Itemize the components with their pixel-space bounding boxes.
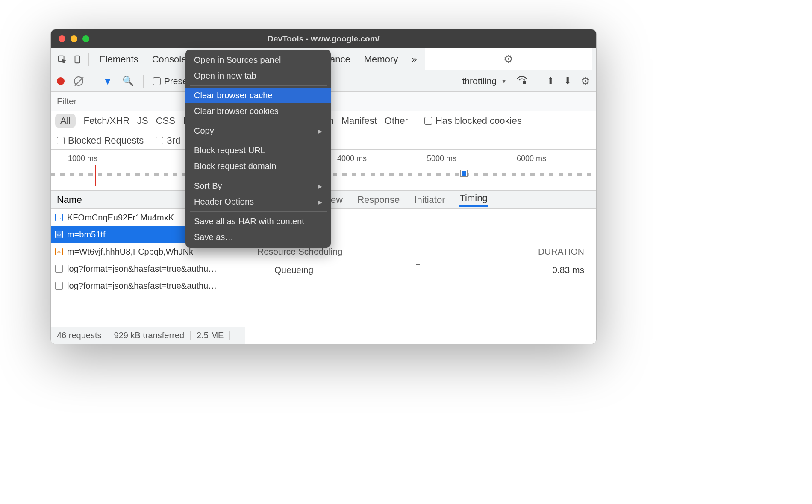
file-icon: ⎵ — [55, 214, 63, 221]
svg-point-3 — [523, 81, 526, 84]
resource-scheduling-label: Resource Scheduling — [257, 246, 343, 257]
cm-clear-cookies[interactable]: Clear browser cookies — [185, 103, 331, 119]
filter-manifest[interactable]: Manifest — [341, 115, 377, 126]
filter-toggle-icon[interactable]: ▼ — [103, 75, 113, 87]
generic-file-icon — [55, 282, 63, 290]
duration-label: DURATION — [538, 246, 584, 257]
queueing-duration: 0.83 ms — [552, 265, 584, 275]
filter-other[interactable]: Other — [385, 115, 408, 126]
filter-fetch-xhr[interactable]: Fetch/XHR — [83, 115, 129, 126]
network-settings-gear-icon[interactable]: ⚙ — [581, 75, 590, 87]
blocked-requests-checkbox[interactable]: Blocked Requests — [57, 135, 144, 146]
cm-block-url[interactable]: Block request URL — [185, 143, 331, 158]
filter-css[interactable]: CSS — [156, 115, 175, 126]
network-conditions-icon[interactable] — [516, 75, 527, 87]
timeline-tick: 6000 ms — [517, 154, 546, 163]
cm-header-options[interactable]: Header Options▶ — [185, 194, 331, 210]
clear-button[interactable] — [74, 76, 83, 86]
chevron-right-icon: ▶ — [318, 128, 322, 135]
cm-save-har[interactable]: Save all as HAR with content — [185, 214, 331, 229]
status-transferred: 929 kB transferred — [108, 331, 191, 340]
status-resources: 2.5 ME — [191, 331, 230, 340]
third-party-checkbox[interactable]: 3rd- — [156, 135, 183, 146]
timeline-tick: 1000 ms — [68, 154, 97, 163]
device-toggle-icon[interactable] — [71, 53, 84, 66]
traffic-lights — [59, 35, 89, 42]
script-icon: ◃▹ — [55, 231, 63, 238]
cm-sort-by[interactable]: Sort By▶ — [185, 178, 331, 194]
selection-marker[interactable] — [461, 170, 467, 176]
domcontentloaded-marker — [71, 165, 71, 186]
tab-response[interactable]: Response — [357, 194, 400, 205]
timeline-tick: 4000 ms — [337, 154, 367, 163]
minimize-window-button[interactable] — [71, 35, 77, 42]
close-window-button[interactable] — [59, 35, 65, 42]
cm-copy[interactable]: Copy▶ — [185, 123, 331, 139]
tab-initiator[interactable]: Initiator — [414, 194, 445, 205]
cm-block-domain[interactable]: Block request domain — [185, 158, 331, 174]
titlebar: DevTools - www.google.com/ — [51, 29, 596, 48]
export-har-icon[interactable]: ⬇ — [564, 76, 571, 87]
chevron-right-icon: ▶ — [318, 199, 322, 205]
devtools-window: DevTools - www.google.com/ Elements Cons… — [50, 29, 597, 344]
status-requests: 46 requests — [51, 331, 108, 340]
cm-open-sources[interactable]: Open in Sources panel — [185, 52, 331, 68]
timeline-tick: 5000 ms — [427, 154, 456, 163]
table-row[interactable]: log?format=json&hasfast=true&authu… — [51, 277, 245, 294]
cm-clear-cache[interactable]: Clear browser cache — [185, 88, 331, 103]
status-bar: 46 requests 929 kB transferred 2.5 ME — [51, 327, 245, 344]
tab-elements[interactable]: Elements — [93, 51, 144, 67]
filter-js[interactable]: JS — [137, 115, 148, 126]
cm-save-as[interactable]: Save as… — [185, 229, 331, 245]
maximize-window-button[interactable] — [82, 35, 89, 42]
cm-open-new-tab[interactable]: Open in new tab — [185, 68, 331, 84]
settings-gear-icon[interactable]: ⚙ — [503, 53, 513, 66]
tabs-overflow[interactable]: » — [406, 51, 423, 67]
queueing-bar — [416, 264, 420, 275]
import-har-icon[interactable]: ⬆ — [547, 76, 554, 87]
throttling-dropdown[interactable]: throttling ▼ — [462, 76, 507, 86]
chevron-down-icon: ▼ — [501, 78, 507, 85]
table-row[interactable]: log?format=json&hasfast=true&authu… — [51, 260, 245, 277]
script-icon: ◃▹ — [55, 248, 63, 255]
tab-memory[interactable]: Memory — [358, 51, 404, 67]
has-blocked-cookies-checkbox[interactable]: Has blocked cookies — [424, 115, 522, 126]
tab-timing[interactable]: Timing — [459, 193, 487, 207]
queueing-label: Queueing — [274, 265, 313, 275]
filter-all[interactable]: All — [55, 114, 76, 128]
context-menu: Open in Sources panel Open in new tab Cl… — [185, 50, 331, 248]
generic-file-icon — [55, 265, 63, 273]
chevron-right-icon: ▶ — [318, 183, 322, 190]
search-icon[interactable]: 🔍 — [122, 76, 134, 87]
window-title: DevTools - www.google.com/ — [51, 34, 596, 44]
load-marker — [95, 165, 96, 186]
record-button[interactable] — [57, 77, 65, 85]
inspect-element-icon[interactable] — [55, 53, 69, 66]
